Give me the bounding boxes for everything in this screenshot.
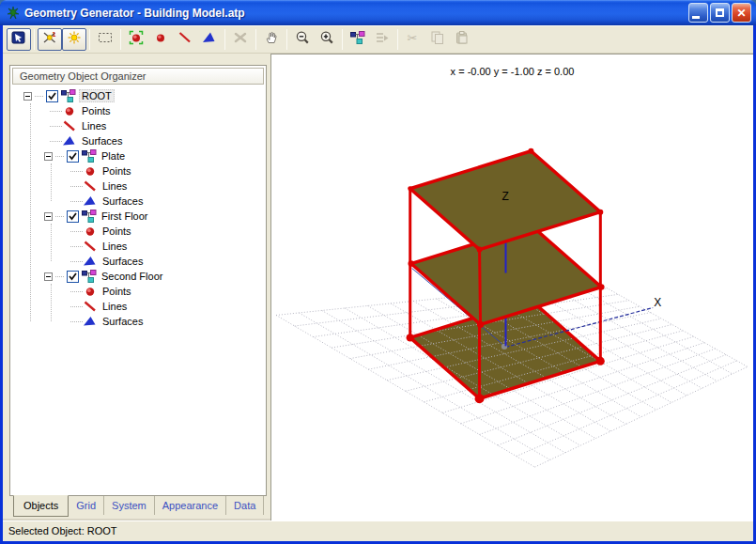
select-point-button[interactable] (124, 28, 148, 51)
toolbar-separator (286, 29, 287, 50)
point-select-icon (129, 30, 144, 49)
tree-expander-icon[interactable] (44, 212, 53, 221)
svg-text:✂: ✂ (408, 31, 418, 45)
maximize-button[interactable] (710, 3, 730, 23)
object-node-icon (82, 148, 97, 163)
object-node-icon (82, 269, 97, 284)
tree-item-label: Lines (100, 180, 129, 192)
cut-button: ✂ (401, 28, 425, 51)
view-mode-button[interactable] (7, 28, 31, 51)
point-marker (477, 247, 483, 253)
close-icon: ✕ (736, 8, 746, 19)
pan-button[interactable] (259, 28, 284, 51)
tree-guide-line (51, 224, 52, 261)
lines-icon (83, 179, 98, 194)
marquee-icon (98, 30, 113, 49)
window-title: Geometry Generator - Building Model.atp (24, 7, 688, 20)
tree-item-points[interactable]: Points (12, 103, 264, 118)
tree-item-second-floor[interactable]: Second Floor (12, 269, 264, 284)
tree-item-label: Lines (100, 301, 129, 312)
point-marker (408, 186, 412, 191)
coordinate-readout: x = -0.00 y = -1.00 z = 0.00 (271, 66, 753, 77)
view-icon (11, 30, 26, 49)
add-point-button[interactable] (148, 28, 173, 51)
add-surface-button[interactable] (197, 28, 222, 51)
organizer-button[interactable] (346, 28, 370, 51)
visibility-checkbox[interactable] (67, 271, 79, 283)
snap-to-point-button[interactable]: 1 (38, 28, 62, 51)
titlebar: Geometry Generator - Building Model.atp … (0, 0, 756, 25)
toolbar-separator (34, 29, 35, 50)
light-button[interactable] (62, 28, 86, 51)
points-icon (83, 284, 98, 299)
tab-appearance[interactable]: Appearance (155, 496, 226, 515)
tree-expander-icon[interactable] (44, 152, 53, 161)
point-marker (598, 284, 604, 289)
tree-item-first-floor[interactable]: First Floor (12, 209, 264, 224)
point-marker (596, 357, 605, 365)
close-button[interactable]: ✕ (732, 3, 751, 23)
tree-item-label: Points (100, 165, 133, 177)
tab-system[interactable]: System (104, 496, 155, 515)
surface-icon (202, 30, 217, 49)
tab-grid[interactable]: Grid (69, 496, 104, 515)
tree-expander-icon[interactable] (23, 92, 32, 101)
object-node-icon (61, 88, 76, 103)
tree-item-label: Lines (80, 120, 108, 132)
app-window: Geometry Generator - Building Model.atp … (0, 0, 756, 544)
tree-item-label: Surfaces (100, 195, 145, 207)
tree-item-label: Second Floor (100, 271, 164, 282)
svg-text:1: 1 (53, 31, 56, 38)
point-icon (153, 30, 168, 49)
zoom-out-button[interactable] (290, 28, 315, 51)
points-icon (83, 163, 98, 179)
cut-icon: ✂ (406, 30, 421, 49)
organizer-icon (350, 30, 365, 49)
z-axis-label: Z (502, 190, 509, 203)
zoom-in-button[interactable] (315, 28, 339, 51)
lines-icon (83, 239, 98, 254)
visibility-checkbox[interactable] (67, 150, 79, 163)
tree-item-label: Surfaces (80, 135, 124, 147)
tab-data[interactable]: Data (226, 496, 264, 515)
tab-objects[interactable]: Objects (13, 495, 69, 517)
scene-3d: Z X (271, 54, 753, 521)
point-marker (475, 394, 485, 403)
surfaces-icon (83, 194, 98, 209)
tree-item-label: First Floor (100, 210, 150, 222)
toolbar-separator (89, 29, 90, 50)
points-icon (62, 103, 77, 118)
delete-icon (233, 30, 248, 49)
surfaces-icon (83, 314, 98, 329)
tree-expander-icon[interactable] (44, 272, 53, 281)
object-organizer-panel: Geometry Object Organizer ROOTPointsLine… (9, 65, 267, 496)
paste-button (450, 28, 474, 51)
visibility-checkbox[interactable] (67, 210, 79, 223)
tree-item-surfaces[interactable]: Surfaces (12, 133, 264, 148)
add-line-button[interactable] (173, 28, 197, 51)
column-front-upper (480, 250, 481, 325)
tree-item-label: Points (80, 105, 113, 117)
tree-item-label: ROOT (79, 89, 115, 102)
point-marker (528, 148, 533, 154)
x-axis-label: X (654, 296, 661, 309)
point-marker (409, 260, 414, 266)
tree-item-label: Surfaces (100, 316, 145, 327)
surfaces-icon (62, 133, 77, 148)
tree-item-lines[interactable]: Lines (12, 118, 264, 133)
statusbar: Selected Object: ROOT (3, 521, 753, 541)
surfaces-icon (83, 254, 98, 269)
minimize-button[interactable] (688, 3, 708, 23)
tree-item-root[interactable]: ROOT (12, 88, 264, 103)
toolbar-separator (397, 29, 398, 50)
visibility-checkbox[interactable] (46, 90, 58, 102)
snap-icon: 1 (42, 30, 57, 49)
minimize-icon (692, 16, 700, 19)
tree-item-label: Points (100, 286, 133, 297)
tree-guide-line (51, 284, 52, 321)
tree-item-label: Points (100, 225, 133, 237)
viewport-3d[interactable]: Z X x = -0.00 y = -1.00 z = 0.00 (270, 54, 753, 521)
tree-item-plate[interactable]: Plate (12, 148, 264, 163)
zoom-in-icon (319, 30, 334, 49)
marquee-select-button[interactable] (93, 28, 117, 51)
